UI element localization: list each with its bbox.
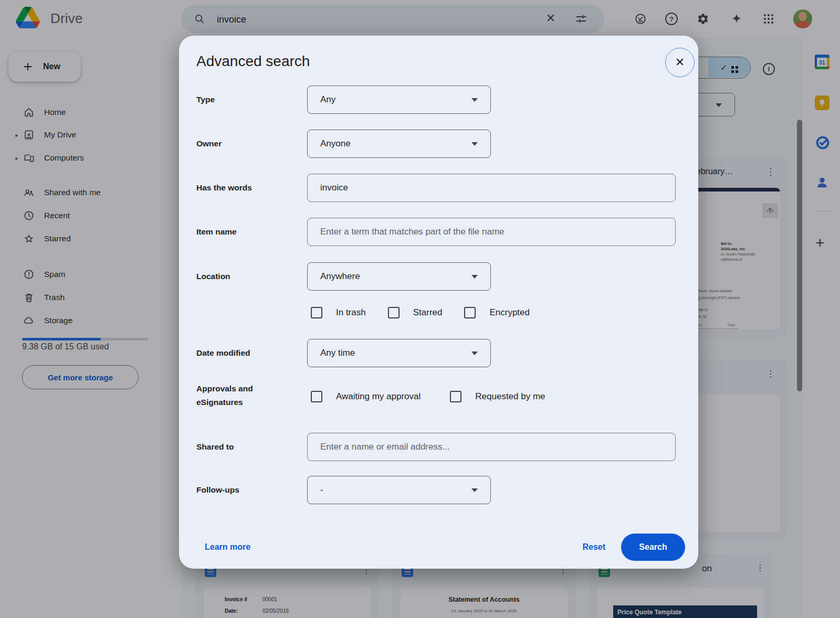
location-checkbox-row: In trash Starred Encrypted <box>311 307 530 318</box>
field-row-location: Location Anywhere <box>179 262 698 291</box>
reset-button[interactable]: Reset <box>582 534 605 561</box>
close-icon: ✕ <box>675 56 685 69</box>
search-button[interactable]: Search <box>621 534 685 561</box>
location-select[interactable]: Anywhere <box>307 262 491 291</box>
checkbox-starred[interactable]: Starred <box>388 307 443 318</box>
field-row-owner: Owner Anyone <box>179 130 698 158</box>
advanced-search-dialog: Advanced search ✕ Type Any Owner Anyone … <box>179 36 698 569</box>
checkbox-icon[interactable] <box>388 307 400 318</box>
checkbox-icon[interactable] <box>450 391 461 402</box>
dialog-title: Advanced search <box>196 53 310 70</box>
checkbox-icon[interactable] <box>464 307 476 318</box>
field-row-type: Type Any <box>179 86 698 114</box>
date-modified-select[interactable]: Any time <box>307 339 491 367</box>
item-name-input[interactable] <box>307 218 676 246</box>
caret-down-icon <box>471 275 478 279</box>
has-words-input[interactable] <box>307 174 676 202</box>
checkbox-in-trash[interactable]: In trash <box>311 307 366 318</box>
field-row-shared-to: Shared to <box>179 433 698 461</box>
checkbox-encrypted[interactable]: Encrypted <box>464 307 530 318</box>
field-row-date-modified: Date modified Any time <box>179 339 698 367</box>
checkbox-icon[interactable] <box>311 307 322 318</box>
approvals-checkbox-row: Awaiting my approval Requested by me <box>311 391 545 402</box>
field-row-followups: Follow-ups - <box>179 476 698 504</box>
caret-down-icon <box>471 98 478 102</box>
caret-down-icon <box>471 142 478 146</box>
dialog-footer: Learn more Reset Search <box>179 534 698 561</box>
field-row-item-name: Item name <box>179 218 698 246</box>
shared-to-input[interactable] <box>307 433 676 461</box>
caret-down-icon <box>471 351 478 355</box>
approvals-label: Approvals and eSignatures <box>196 382 270 409</box>
caret-down-icon <box>471 488 478 492</box>
close-dialog-button[interactable]: ✕ <box>665 48 695 77</box>
checkbox-requested-by-me[interactable]: Requested by me <box>450 391 545 402</box>
learn-more-link[interactable]: Learn more <box>205 534 250 561</box>
field-row-has-words: Has the words <box>179 174 698 202</box>
checkbox-icon[interactable] <box>311 391 322 402</box>
type-select[interactable]: Any <box>307 86 491 114</box>
checkbox-awaiting-my-approval[interactable]: Awaiting my approval <box>311 391 421 402</box>
followups-select[interactable]: - <box>307 476 491 504</box>
owner-select[interactable]: Anyone <box>307 130 491 158</box>
